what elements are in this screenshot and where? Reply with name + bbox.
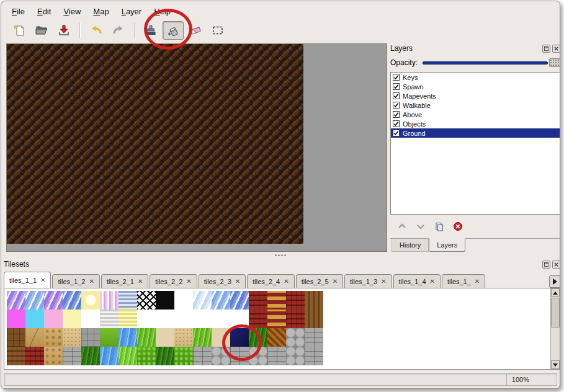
tab-close-icon[interactable]: ✕ [186, 278, 191, 285]
tab-scroll-right-button[interactable] [549, 275, 560, 288]
tile-0-0[interactable] [7, 291, 25, 310]
undo-button[interactable] [86, 21, 107, 40]
new-map-button[interactable] [9, 21, 30, 40]
tile-1-6[interactable] [119, 310, 137, 328]
delete-layer-button[interactable] [452, 221, 463, 232]
tile-2-13[interactable] [249, 328, 267, 347]
tile-2-2[interactable] [44, 328, 63, 347]
tab-close-icon[interactable]: ✕ [89, 278, 94, 285]
tile-1-15[interactable] [286, 310, 305, 328]
tileset-tab-tiles_1_2[interactable]: tiles_1_2✕ [52, 274, 99, 288]
layer-visibility-checkbox[interactable] [393, 111, 400, 118]
rect-select-tool-button[interactable] [207, 21, 228, 40]
tile-2-11[interactable] [212, 328, 230, 347]
tile-2-12[interactable] [230, 328, 249, 347]
tile-1-0[interactable] [7, 310, 25, 328]
tile-3-16[interactable] [305, 347, 323, 365]
tile-3-6[interactable] [119, 347, 137, 365]
tile-1-14[interactable] [267, 310, 286, 328]
duplicate-layer-button[interactable] [434, 221, 445, 232]
tile-0-9[interactable] [174, 291, 193, 310]
tile-3-14[interactable] [267, 347, 286, 365]
tile-0-5[interactable] [100, 291, 119, 310]
menu-view[interactable]: View [58, 6, 86, 17]
tile-3-8[interactable] [156, 347, 174, 365]
tile-3-15[interactable] [286, 347, 305, 365]
tile-2-16[interactable] [305, 328, 323, 347]
tile-3-2[interactable] [44, 347, 63, 365]
menu-map[interactable]: Map [87, 6, 114, 17]
tile-1-13[interactable] [249, 310, 267, 328]
menu-layer[interactable]: Layer [116, 6, 148, 17]
tileset-tab-tiles_1_3[interactable]: tiles_1_3✕ [344, 274, 392, 288]
tileset-tab-tiles_2_1[interactable]: tiles_2_1✕ [101, 274, 148, 288]
tileset-scrollbar[interactable] [550, 288, 560, 369]
tileset-tab-tiles_1_[interactable]: tiles_1_✕ [442, 274, 485, 288]
tile-0-8[interactable] [156, 291, 174, 310]
tile-2-10[interactable] [193, 328, 212, 347]
tileset-tab-tiles_2_5[interactable]: tiles_2_5✕ [296, 274, 343, 288]
tile-3-9[interactable] [174, 347, 193, 365]
tile-3-7[interactable] [137, 347, 156, 365]
tileset-tab-tiles_2_4[interactable]: tiles_2_4✕ [247, 274, 294, 288]
tile-0-2[interactable] [44, 291, 63, 310]
layer-row-ground[interactable]: Ground [391, 128, 560, 138]
panel-tab-history[interactable]: History [392, 239, 429, 252]
tile-1-11[interactable] [212, 310, 230, 328]
tile-3-4[interactable] [81, 347, 100, 365]
layer-row-mapevents[interactable]: Mapevents [391, 91, 560, 100]
tile-0-16[interactable] [305, 291, 323, 310]
layer-visibility-checkbox[interactable] [393, 120, 400, 127]
tile-0-1[interactable] [25, 291, 44, 310]
layer-row-above[interactable]: Above [391, 110, 560, 119]
tileset-tab-tiles_2_2[interactable]: tiles_2_2✕ [150, 274, 197, 288]
scroll-up-button[interactable] [551, 288, 560, 297]
tile-0-15[interactable] [286, 291, 305, 310]
tile-2-3[interactable] [63, 328, 81, 347]
tile-2-8[interactable] [156, 328, 174, 347]
scrollbar-thumb[interactable] [551, 298, 560, 327]
tile-2-4[interactable] [81, 328, 100, 347]
panel-splitter[interactable] [4, 252, 557, 258]
tile-2-0[interactable] [7, 328, 25, 347]
menu-file[interactable]: File [6, 6, 30, 17]
tile-3-11[interactable] [212, 347, 230, 365]
layer-visibility-checkbox[interactable] [393, 102, 400, 109]
tile-2-15[interactable] [286, 328, 305, 347]
tile-3-0[interactable] [7, 347, 25, 365]
layers-float-button[interactable] [542, 45, 550, 53]
tile-3-3[interactable] [63, 347, 81, 365]
tile-2-9[interactable] [174, 328, 193, 347]
lower-layer-button[interactable] [415, 221, 426, 232]
redo-button[interactable] [108, 21, 129, 40]
tile-1-12[interactable] [230, 310, 249, 328]
layer-row-keys[interactable]: Keys [391, 73, 560, 82]
opacity-slider[interactable] [423, 58, 560, 68]
tile-1-1[interactable] [25, 310, 44, 328]
tile-2-7[interactable] [137, 328, 156, 347]
layer-row-walkable[interactable]: Walkable [391, 100, 560, 110]
tileset-tab-tiles_1_1[interactable]: tiles_1_1✕ [4, 272, 51, 288]
tile-0-11[interactable] [212, 291, 230, 310]
tab-close-icon[interactable]: ✕ [138, 278, 143, 285]
layer-visibility-checkbox[interactable] [393, 130, 400, 136]
tile-0-6[interactable] [119, 291, 137, 310]
tile-1-9[interactable] [174, 310, 193, 328]
save-map-button[interactable] [53, 21, 74, 40]
tilesets-float-button[interactable] [542, 261, 550, 269]
panel-tab-layers[interactable]: Layers [429, 238, 465, 252]
tile-3-5[interactable] [100, 347, 119, 365]
map-canvas[interactable] [7, 44, 303, 244]
eraser-tool-button[interactable] [185, 21, 206, 40]
open-map-button[interactable] [31, 21, 52, 40]
tab-close-icon[interactable]: ✕ [333, 278, 338, 285]
tile-0-12[interactable] [230, 291, 249, 310]
tile-1-8[interactable] [156, 310, 174, 328]
tile-0-4[interactable] [81, 291, 100, 310]
tile-2-6[interactable] [119, 328, 137, 347]
tile-3-1[interactable] [25, 347, 44, 365]
tile-1-3[interactable] [63, 310, 81, 328]
tile-0-10[interactable] [193, 291, 212, 310]
tileset-tab-tiles_1_4[interactable]: tiles_1_4✕ [393, 274, 441, 288]
tab-close-icon[interactable]: ✕ [235, 278, 240, 285]
